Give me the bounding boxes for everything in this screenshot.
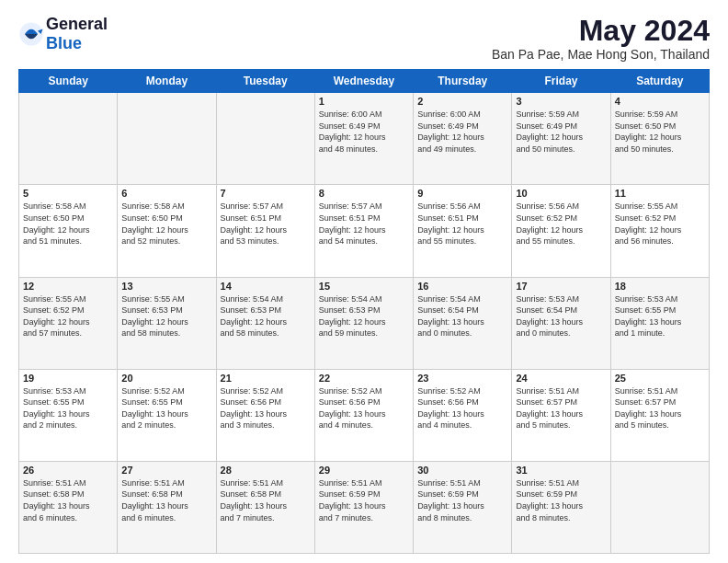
- day-info: Sunrise: 5:52 AM Sunset: 6:56 PM Dayligh…: [417, 385, 507, 431]
- day-info: Sunrise: 5:51 AM Sunset: 6:59 PM Dayligh…: [319, 477, 409, 523]
- day-info: Sunrise: 5:52 AM Sunset: 6:56 PM Dayligh…: [319, 385, 409, 431]
- calendar-day-cell: 30Sunrise: 5:51 AM Sunset: 6:59 PM Dayli…: [414, 461, 512, 553]
- calendar-day-cell: 10Sunrise: 5:56 AM Sunset: 6:52 PM Dayli…: [512, 185, 610, 277]
- calendar-day-cell: 7Sunrise: 5:57 AM Sunset: 6:51 PM Daylig…: [216, 185, 314, 277]
- calendar-empty-cell: [216, 93, 314, 185]
- logo: General Blue: [18, 15, 108, 53]
- location: Ban Pa Pae, Mae Hong Son, Thailand: [492, 47, 710, 62]
- calendar-week-row: 19Sunrise: 5:53 AM Sunset: 6:55 PM Dayli…: [19, 369, 710, 461]
- header: General Blue May 2024 Ban Pa Pae, Mae Ho…: [18, 15, 710, 62]
- day-number: 22: [319, 373, 409, 384]
- day-info: Sunrise: 5:57 AM Sunset: 6:51 PM Dayligh…: [319, 201, 409, 247]
- calendar-day-cell: 14Sunrise: 5:54 AM Sunset: 6:53 PM Dayli…: [216, 277, 314, 369]
- day-info: Sunrise: 5:57 AM Sunset: 6:51 PM Dayligh…: [221, 201, 311, 247]
- weekday-header: Wednesday: [314, 70, 413, 93]
- calendar-day-cell: 5Sunrise: 5:58 AM Sunset: 6:50 PM Daylig…: [19, 185, 118, 277]
- calendar-day-cell: 2Sunrise: 6:00 AM Sunset: 6:49 PM Daylig…: [414, 93, 512, 185]
- calendar-day-cell: 28Sunrise: 5:51 AM Sunset: 6:58 PM Dayli…: [216, 461, 314, 553]
- day-info: Sunrise: 5:59 AM Sunset: 6:49 PM Dayligh…: [516, 109, 606, 155]
- calendar-day-cell: 17Sunrise: 5:53 AM Sunset: 6:54 PM Dayli…: [512, 277, 610, 369]
- calendar-day-cell: 6Sunrise: 5:58 AM Sunset: 6:50 PM Daylig…: [118, 185, 216, 277]
- day-info: Sunrise: 5:54 AM Sunset: 6:53 PM Dayligh…: [221, 293, 311, 339]
- day-info: Sunrise: 5:55 AM Sunset: 6:53 PM Dayligh…: [121, 293, 211, 339]
- day-number: 11: [615, 188, 705, 199]
- calendar-day-cell: 9Sunrise: 5:56 AM Sunset: 6:51 PM Daylig…: [414, 185, 512, 277]
- calendar-day-cell: 3Sunrise: 5:59 AM Sunset: 6:49 PM Daylig…: [512, 93, 610, 185]
- day-number: 2: [417, 96, 507, 107]
- day-info: Sunrise: 5:56 AM Sunset: 6:51 PM Dayligh…: [417, 201, 507, 247]
- calendar-table: SundayMondayTuesdayWednesdayThursdayFrid…: [18, 69, 710, 554]
- calendar-week-row: 12Sunrise: 5:55 AM Sunset: 6:52 PM Dayli…: [19, 277, 710, 369]
- day-number: 23: [417, 373, 507, 384]
- calendar-day-cell: 16Sunrise: 5:54 AM Sunset: 6:54 PM Dayli…: [414, 277, 512, 369]
- calendar-day-cell: 18Sunrise: 5:53 AM Sunset: 6:55 PM Dayli…: [610, 277, 709, 369]
- day-info: Sunrise: 5:51 AM Sunset: 6:59 PM Dayligh…: [417, 477, 507, 523]
- calendar-empty-cell: [19, 93, 118, 185]
- day-number: 1: [319, 96, 409, 107]
- month-title: May 2024: [492, 15, 710, 47]
- day-info: Sunrise: 5:51 AM Sunset: 6:59 PM Dayligh…: [516, 477, 606, 523]
- day-info: Sunrise: 6:00 AM Sunset: 6:49 PM Dayligh…: [319, 109, 409, 155]
- day-number: 29: [319, 465, 409, 476]
- day-number: 9: [417, 188, 507, 199]
- day-number: 13: [121, 281, 211, 292]
- calendar-day-cell: 20Sunrise: 5:52 AM Sunset: 6:55 PM Dayli…: [118, 369, 216, 461]
- day-number: 31: [516, 465, 606, 476]
- day-number: 14: [221, 281, 311, 292]
- day-number: 15: [319, 281, 409, 292]
- calendar-empty-cell: [610, 461, 709, 553]
- day-number: 5: [23, 188, 113, 199]
- day-info: Sunrise: 5:52 AM Sunset: 6:56 PM Dayligh…: [221, 385, 311, 431]
- page: General Blue May 2024 Ban Pa Pae, Mae Ho…: [0, 0, 728, 563]
- calendar-day-cell: 26Sunrise: 5:51 AM Sunset: 6:58 PM Dayli…: [19, 461, 118, 553]
- calendar-day-cell: 19Sunrise: 5:53 AM Sunset: 6:55 PM Dayli…: [19, 369, 118, 461]
- day-info: Sunrise: 5:55 AM Sunset: 6:52 PM Dayligh…: [23, 293, 113, 339]
- day-number: 16: [417, 281, 507, 292]
- day-number: 6: [121, 188, 211, 199]
- day-number: 27: [121, 465, 211, 476]
- day-number: 17: [516, 281, 606, 292]
- day-number: 18: [615, 281, 705, 292]
- day-info: Sunrise: 5:51 AM Sunset: 6:58 PM Dayligh…: [221, 477, 311, 523]
- day-number: 19: [23, 373, 113, 384]
- logo-general-text: General: [46, 15, 108, 33]
- day-number: 3: [516, 96, 606, 107]
- calendar-week-row: 26Sunrise: 5:51 AM Sunset: 6:58 PM Dayli…: [19, 461, 710, 553]
- day-info: Sunrise: 5:52 AM Sunset: 6:55 PM Dayligh…: [121, 385, 211, 431]
- day-info: Sunrise: 5:54 AM Sunset: 6:53 PM Dayligh…: [319, 293, 409, 339]
- day-info: Sunrise: 5:54 AM Sunset: 6:54 PM Dayligh…: [417, 293, 507, 339]
- calendar-day-cell: 15Sunrise: 5:54 AM Sunset: 6:53 PM Dayli…: [314, 277, 413, 369]
- day-info: Sunrise: 5:55 AM Sunset: 6:52 PM Dayligh…: [615, 201, 705, 247]
- calendar-day-cell: 25Sunrise: 5:51 AM Sunset: 6:57 PM Dayli…: [610, 369, 709, 461]
- day-number: 10: [516, 188, 606, 199]
- weekday-header: Thursday: [414, 70, 512, 93]
- day-info: Sunrise: 5:59 AM Sunset: 6:50 PM Dayligh…: [615, 109, 705, 155]
- calendar-day-cell: 1Sunrise: 6:00 AM Sunset: 6:49 PM Daylig…: [314, 93, 413, 185]
- day-number: 21: [221, 373, 311, 384]
- title-block: May 2024 Ban Pa Pae, Mae Hong Son, Thail…: [492, 15, 710, 62]
- calendar-week-row: 5Sunrise: 5:58 AM Sunset: 6:50 PM Daylig…: [19, 185, 710, 277]
- calendar-day-cell: 4Sunrise: 5:59 AM Sunset: 6:50 PM Daylig…: [610, 93, 709, 185]
- day-info: Sunrise: 5:58 AM Sunset: 6:50 PM Dayligh…: [121, 201, 211, 247]
- calendar-day-cell: 23Sunrise: 5:52 AM Sunset: 6:56 PM Dayli…: [414, 369, 512, 461]
- calendar-day-cell: 22Sunrise: 5:52 AM Sunset: 6:56 PM Dayli…: [314, 369, 413, 461]
- day-number: 30: [417, 465, 507, 476]
- calendar-day-cell: 21Sunrise: 5:52 AM Sunset: 6:56 PM Dayli…: [216, 369, 314, 461]
- calendar-day-cell: 8Sunrise: 5:57 AM Sunset: 6:51 PM Daylig…: [314, 185, 413, 277]
- day-info: Sunrise: 5:53 AM Sunset: 6:54 PM Dayligh…: [516, 293, 606, 339]
- logo-icon: [18, 21, 44, 47]
- weekday-header: Saturday: [610, 70, 709, 93]
- calendar-day-cell: 27Sunrise: 5:51 AM Sunset: 6:58 PM Dayli…: [118, 461, 216, 553]
- weekday-header: Sunday: [19, 70, 118, 93]
- day-number: 12: [23, 281, 113, 292]
- calendar-day-cell: 24Sunrise: 5:51 AM Sunset: 6:57 PM Dayli…: [512, 369, 610, 461]
- calendar-day-cell: 13Sunrise: 5:55 AM Sunset: 6:53 PM Dayli…: [118, 277, 216, 369]
- day-info: Sunrise: 5:51 AM Sunset: 6:57 PM Dayligh…: [516, 385, 606, 431]
- day-info: Sunrise: 5:53 AM Sunset: 6:55 PM Dayligh…: [23, 385, 113, 431]
- day-number: 28: [221, 465, 311, 476]
- day-number: 4: [615, 96, 705, 107]
- weekday-header: Friday: [512, 70, 610, 93]
- day-number: 20: [121, 373, 211, 384]
- calendar-day-cell: 31Sunrise: 5:51 AM Sunset: 6:59 PM Dayli…: [512, 461, 610, 553]
- calendar-day-cell: 29Sunrise: 5:51 AM Sunset: 6:59 PM Dayli…: [314, 461, 413, 553]
